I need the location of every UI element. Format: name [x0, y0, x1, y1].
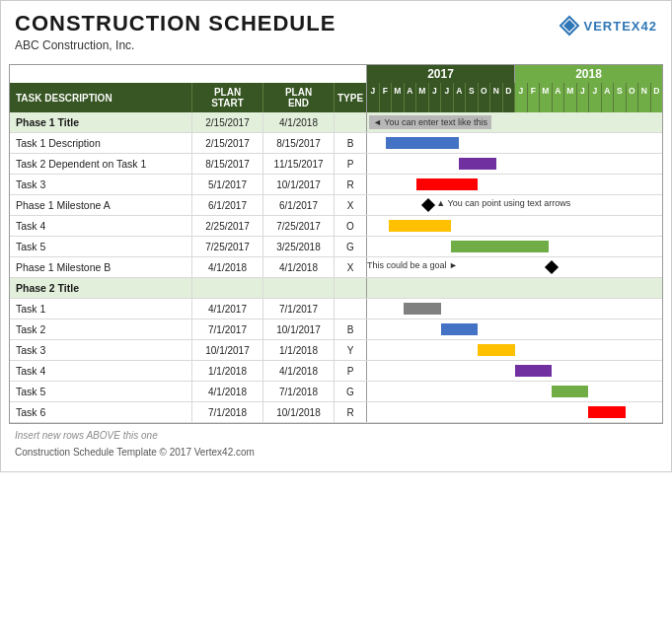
cell-task: Task 3 [10, 340, 192, 360]
cell-type: G [335, 237, 367, 256]
cell-gantt [367, 154, 662, 174]
table-row: Task 3 5/1/2017 10/1/2017 R [10, 175, 662, 195]
table-row: Task 6 7/1/2018 10/1/2018 R [10, 402, 662, 423]
cell-gantt [367, 237, 662, 256]
col-header-type: TYPE [335, 83, 367, 112]
milestone-diamond-a [421, 198, 435, 212]
cell-start: 7/25/2017 [192, 237, 263, 256]
cell-end: 4/1/2018 [263, 112, 335, 132]
cell-end: 6/1/2017 [263, 195, 335, 215]
cell-type: R [335, 402, 367, 422]
cell-type: P [335, 154, 367, 174]
gantt-annotation-milestone-a: ▲ You can point using text arrows [436, 198, 570, 208]
table-row: Task 1 Description 2/15/2017 8/15/2017 B [10, 133, 662, 154]
cell-start: 8/15/2017 [192, 154, 263, 174]
month-dec-2017: D [503, 83, 516, 112]
gantt-bar-task3 [416, 178, 478, 190]
year-header-row: 2017 2018 [10, 65, 662, 83]
gantt-bar-task5 [451, 241, 550, 252]
year-header-spacer [10, 65, 367, 83]
cell-task: Task 5 [10, 382, 192, 401]
month-jan-2017: J [367, 83, 380, 112]
cell-end: 4/1/2018 [263, 361, 335, 381]
table-row: Phase 2 Title [10, 278, 662, 299]
table-row: Phase 1 Milestone B 4/1/2018 4/1/2018 X … [10, 257, 662, 278]
month-mar-2017: M [392, 83, 405, 112]
month-jun-2018: J [577, 83, 590, 112]
cell-gantt [367, 299, 662, 319]
month-may-2017: M [416, 83, 429, 112]
month-dec-2018: D [651, 83, 663, 112]
cell-task: Phase 2 Title [10, 278, 192, 298]
col-header-end: PLANEND [263, 83, 335, 112]
month-apr-2017: A [405, 83, 417, 112]
cell-task: Task 4 [10, 361, 192, 381]
col-end-label: PLANEND [285, 87, 312, 108]
col-header-start: PLANSTART [192, 83, 263, 112]
cell-type: Y [335, 340, 367, 360]
month-apr-2018: A [553, 83, 565, 112]
cell-gantt [367, 402, 662, 422]
gantt-bar-p2-task5 [552, 386, 588, 397]
cell-task: Task 5 [10, 237, 192, 256]
months-header: J F M A M J J A S O N D J F M A M J J A [367, 83, 662, 112]
logo-icon [559, 15, 580, 36]
cell-type: X [335, 195, 367, 215]
month-feb-2018: F [528, 83, 541, 112]
table-row: Task 1 4/1/2017 7/1/2017 [10, 299, 662, 319]
month-sep-2018: S [614, 83, 627, 112]
page-subtitle: ABC Construction, Inc. [15, 38, 336, 52]
month-may-2018: M [564, 83, 577, 112]
gantt-annotation-milestone-b-left: This could be a goal ► [367, 260, 458, 270]
cell-gantt [367, 216, 662, 236]
cell-gantt [367, 340, 662, 360]
header: CONSTRUCTION SCHEDULE ABC Construction, … [1, 1, 671, 56]
page-title: CONSTRUCTION SCHEDULE [15, 11, 336, 36]
table-row: Task 4 2/25/2017 7/25/2017 O [10, 216, 662, 237]
month-feb-2017: F [380, 83, 393, 112]
schedule-table: 2017 2018 TASK DESCRIPTION PLANSTART PLA… [9, 64, 663, 424]
cell-start: 4/1/2018 [192, 382, 263, 401]
month-aug-2017: A [454, 83, 467, 112]
cell-start: 2/15/2017 [192, 112, 263, 132]
cell-type [335, 112, 367, 132]
cell-task: Task 2 Dependent on Task 1 [10, 154, 192, 174]
cell-type: P [335, 361, 367, 381]
cell-end: 10/1/2017 [263, 319, 335, 339]
cell-type: O [335, 216, 367, 236]
column-header-row: TASK DESCRIPTION PLANSTART PLANEND TYPE … [10, 83, 662, 112]
cell-type [335, 299, 367, 319]
cell-task: Task 1 [10, 299, 192, 319]
gantt-bar-task2 [459, 158, 495, 170]
cell-task: Phase 1 Milestone A [10, 195, 192, 215]
table-row: Task 2 7/1/2017 10/1/2017 B [10, 319, 662, 340]
month-nov-2018: N [638, 83, 651, 112]
col-task-label: TASK DESCRIPTION [16, 93, 112, 104]
cell-start: 4/1/2017 [192, 299, 263, 319]
page-container: CONSTRUCTION SCHEDULE ABC Construction, … [0, 0, 672, 472]
footer-copyright: Construction Schedule Template © 2017 Ve… [15, 447, 657, 458]
cell-start: 5/1/2017 [192, 175, 263, 194]
cell-type: B [335, 319, 367, 339]
cell-start: 7/1/2018 [192, 402, 263, 422]
table-row: Task 2 Dependent on Task 1 8/15/2017 11/… [10, 154, 662, 175]
month-jul-2018: J [589, 83, 602, 112]
table-row: Task 5 4/1/2018 7/1/2018 G [10, 382, 662, 402]
gantt-bar-p2-task4 [515, 365, 552, 377]
month-aug-2018: A [602, 83, 615, 112]
cell-start: 10/1/2017 [192, 340, 263, 360]
header-left: CONSTRUCTION SCHEDULE ABC Construction, … [15, 11, 336, 52]
cell-type: B [335, 133, 367, 153]
table-row: Phase 1 Milestone A 6/1/2017 6/1/2017 X … [10, 195, 662, 216]
logo-area: VERTEX42 [559, 15, 657, 36]
cell-end: 7/1/2018 [263, 382, 335, 401]
month-jul-2017: J [441, 83, 454, 112]
cell-start: 2/15/2017 [192, 133, 263, 153]
cell-task: Task 4 [10, 216, 192, 236]
gantt-bar-p2-task1 [404, 303, 440, 315]
footer: Insert new rows ABOVE this one Construct… [1, 424, 671, 461]
cell-task: Phase 1 Title [10, 112, 192, 132]
gantt-bar-task1 [386, 137, 460, 149]
table-row: Phase 1 Title 2/15/2017 4/1/2018 ◄ You c… [10, 112, 662, 133]
cell-end: 10/1/2018 [263, 402, 335, 422]
